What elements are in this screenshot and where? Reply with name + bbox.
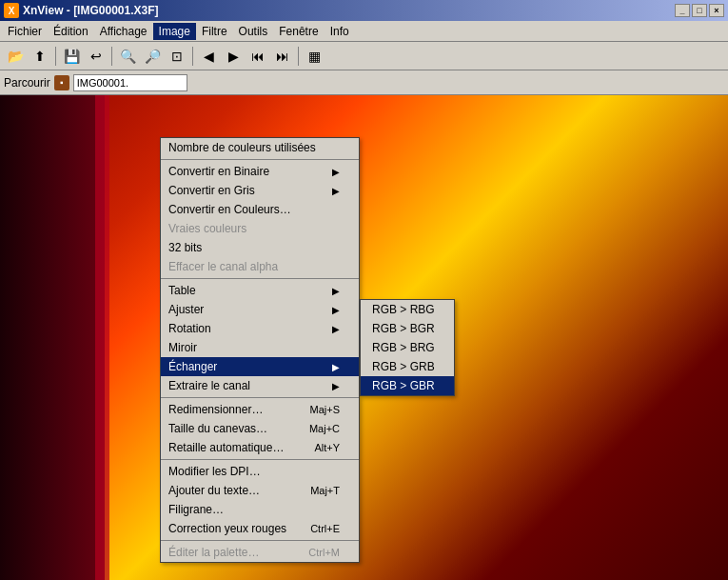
file-path-input[interactable] bbox=[73, 74, 187, 91]
address-bar: Parcourir ▪ bbox=[0, 70, 728, 95]
toolbar-undo[interactable]: ↩ bbox=[85, 45, 108, 68]
menu-affichage[interactable]: Affichage bbox=[94, 23, 153, 40]
toolbar-up[interactable]: ⬆ bbox=[29, 45, 51, 68]
menu-fichier[interactable]: Fichier bbox=[2, 23, 48, 40]
toolbar-separator-2 bbox=[111, 47, 112, 66]
image-area bbox=[0, 95, 728, 580]
menu-image[interactable]: Image bbox=[153, 23, 196, 40]
menu-info[interactable]: Info bbox=[325, 23, 355, 40]
toolbar-separator-1 bbox=[55, 47, 56, 66]
app-icon: X bbox=[4, 3, 19, 18]
window-controls: _ □ × bbox=[675, 4, 724, 17]
menu-edition[interactable]: Édition bbox=[48, 23, 94, 40]
close-button[interactable]: × bbox=[709, 4, 724, 17]
toolbar-zoom-out[interactable]: 🔎 bbox=[141, 45, 164, 68]
maximize-button[interactable]: □ bbox=[692, 4, 707, 17]
toolbar-separator-3 bbox=[192, 47, 193, 66]
minimize-button[interactable]: _ bbox=[675, 4, 690, 17]
file-icon: ▪ bbox=[54, 75, 69, 90]
toolbar-fit[interactable]: ⊡ bbox=[166, 45, 188, 68]
image-dark-left bbox=[0, 95, 105, 580]
toolbar-browse[interactable]: 📂 bbox=[4, 45, 27, 68]
toolbar-skip-next[interactable]: ⏭ bbox=[271, 45, 294, 68]
toolbar-skip-prev[interactable]: ⏮ bbox=[246, 45, 269, 68]
image-dark-strip bbox=[95, 95, 109, 580]
title-bar: X XnView - [IMG00001.X3F] _ □ × bbox=[0, 0, 728, 21]
toolbar: 📂 ⬆ 💾 ↩ 🔍 🔎 ⊡ ◀ ▶ ⏮ ⏭ ▦ bbox=[0, 42, 728, 70]
menu-outils[interactable]: Outils bbox=[233, 23, 274, 40]
toolbar-separator-4 bbox=[298, 47, 299, 66]
toolbar-zoom-in[interactable]: 🔍 bbox=[116, 45, 139, 68]
image-canvas bbox=[0, 95, 728, 580]
menu-bar: Fichier Édition Affichage Image Filtre O… bbox=[0, 21, 728, 42]
main-content: Nombre de couleurs utilisées Convertir e… bbox=[0, 95, 728, 580]
toolbar-slideshow[interactable]: ▦ bbox=[303, 45, 325, 68]
toolbar-save[interactable]: 💾 bbox=[60, 45, 83, 68]
toolbar-prev[interactable]: ◀ bbox=[197, 45, 220, 68]
toolbar-next[interactable]: ▶ bbox=[222, 45, 245, 68]
browse-label: Parcourir bbox=[4, 76, 50, 90]
menu-filtre[interactable]: Filtre bbox=[196, 23, 233, 40]
title-text: XnView - [IMG00001.X3F] bbox=[23, 4, 159, 17]
menu-fenetre[interactable]: Fenêtre bbox=[273, 23, 324, 40]
